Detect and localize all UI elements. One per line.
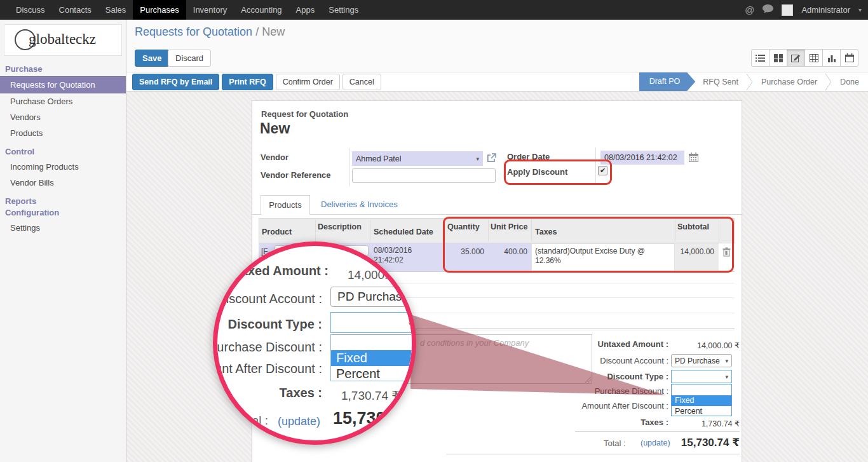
discount-account-label: Discount Account : [527,356,668,365]
form-view-icon[interactable] [787,49,805,67]
sidebar-item-settings[interactable]: Settings [0,220,126,236]
magnifier-option-blank [331,335,416,350]
calendar-icon[interactable] [689,153,698,165]
stage-purchase-order[interactable]: Purchase Order [754,78,825,86]
totals-divider [575,431,740,432]
logo-text: globalteckz [29,31,96,48]
magnifier-discount-account-label: Discount Account : [213,292,322,306]
order-date-value: 08/03/2016 21:42:02 [604,153,677,162]
sidebar-section-purchase: Purchase [0,58,126,76]
columns-highlight [443,217,734,273]
taxes-value: 1,730.74 ₹ [661,419,740,428]
status-button-bar: Send RFQ by Email Print RFQ Confirm Orde… [126,72,868,92]
top-navbar: Discuss Contacts Sales Purchases Invento… [0,0,868,20]
discount-account-caret-icon: ▾ [725,358,728,364]
breadcrumb: Requests for Quotation / New [135,25,285,39]
main-menu: Discuss Contacts Sales Purchases Invento… [9,0,365,20]
vendor-label: Vendor [261,153,288,162]
vendor-value: Ahmed Patel [356,154,402,163]
taxes-label: Taxes : [527,418,668,427]
col-product: Product [262,228,292,236]
discard-button[interactable]: Discard [168,50,211,67]
order-date-input[interactable]: 08/03/2016 21:42:02 [600,151,684,165]
discount-account-value: PD Purchase [675,357,721,365]
sidebar-item-vendor-bills[interactable]: Vendor Bills [0,175,126,191]
discount-type-caret-icon: ▾ [725,374,728,380]
nav-purchases[interactable]: Purchases [133,0,186,20]
print-rfq-button[interactable]: Print RFQ [222,74,273,90]
statusbar: Draft PO RFQ Sent Purchase Order Done [639,72,868,91]
sidebar: globalteckz Purchase Requests for Quotat… [0,20,126,462]
breadcrumb-parent[interactable]: Requests for Quotation [135,25,252,38]
nav-accounting[interactable]: Accounting [234,0,288,20]
kanban-view-icon[interactable] [769,49,787,67]
calendar-view-icon[interactable] [840,49,858,67]
sidebar-item-vendors[interactable]: Vendors [0,109,126,125]
nav-settings[interactable]: Settings [322,0,365,20]
option-percent[interactable]: Percent [672,406,731,417]
stage-draft-po[interactable]: Draft PO [639,72,696,91]
total-value: 15,730.74 ₹ [642,436,740,449]
sidebar-section-configuration[interactable]: Configuration [0,206,126,220]
tabbar-divider [252,214,742,215]
untaxed-amount-value: 14,000.00 ₹ [661,341,740,350]
nav-apps[interactable]: Apps [289,0,322,20]
magnifier-circle: Untaxed Amount : 14,000.00 ₹ Discount Ac… [213,241,416,445]
confirm-order-button[interactable]: Confirm Order [276,74,340,90]
vendor-caret-icon: ▾ [476,156,479,162]
sidebar-section-control: Control [0,141,126,159]
save-button[interactable]: Save [135,50,169,67]
option-fixed[interactable]: Fixed [672,395,731,406]
sidebar-item-requests-for-quotation[interactable]: Requests for Quotation [0,76,126,93]
app-window: Discuss Contacts Sales Purchases Invento… [0,0,868,462]
stage-chevron-icon [825,73,832,91]
discount-type-dropdown: Fixed Percent [671,384,732,416]
breadcrumb-separator: / [255,25,259,38]
magnifier-discount-type-label: Discount Type : [213,317,322,332]
tab-products[interactable]: Products [261,195,310,215]
user-avatar[interactable] [782,4,793,16]
sidebar-item-products[interactable]: Products [0,125,126,141]
nav-discuss[interactable]: Discuss [9,0,52,20]
company-logo: globalteckz [4,24,122,56]
nav-inventory[interactable]: Inventory [186,0,234,20]
amount-after-discount-label: Amount After Discount : [527,401,668,411]
chat-icon[interactable] [763,4,773,16]
cell-scheduled-date-line2[interactable]: 21:42:02 [374,255,403,264]
discount-account-select[interactable]: PD Purchase ▾ [671,354,732,367]
mentions-icon[interactable]: @ [745,4,754,15]
sheet-bottom-divider [446,454,740,454]
user-menu[interactable]: Administrator [801,5,850,15]
sidebar-item-incoming-products[interactable]: Incoming Products [0,159,126,175]
magnifier-caret-icon: ▾ [409,319,413,329]
sidebar-section-reports[interactable]: Reports [0,191,126,206]
record-title: New [260,120,290,137]
col-scheduled-date: Scheduled Date [374,228,433,236]
tab-deliveries-invoices[interactable]: Deliveries & Invoices [321,200,398,209]
stage-done[interactable]: Done [832,78,868,86]
graph-view-icon[interactable] [822,49,841,67]
doc-type-label: Request for Quotation [261,109,348,119]
magnifier-amount-after-label: Amount After Discount : [213,362,322,376]
external-link-icon[interactable] [487,153,496,165]
col-description: Description [318,222,362,231]
nav-contacts[interactable]: Contacts [52,0,98,20]
apply-discount-highlight [504,160,612,185]
cancel-button[interactable]: Cancel [342,74,381,90]
pivot-view-icon[interactable] [804,49,823,67]
send-rfq-by-email-button[interactable]: Send RFQ by Email [132,74,219,90]
magnifier-option-percent: Percent [331,366,416,382]
nav-sales[interactable]: Sales [98,0,133,20]
stage-chevron-icon [746,73,754,91]
stage-rfq-sent[interactable]: RFQ Sent [695,78,746,86]
option-blank[interactable] [672,384,731,395]
total-label: Total : [604,438,626,448]
sidebar-item-purchase-orders[interactable]: Purchase Orders [0,93,126,109]
magnifier-taxes-label: Taxes : [213,386,322,400]
view-switcher [752,49,858,67]
vendor-reference-input[interactable] [352,168,496,183]
vendor-select[interactable]: Ahmed Patel ▾ [352,151,483,166]
discount-type-select[interactable]: ▾ [671,370,732,383]
cell-scheduled-date-line1[interactable]: 08/03/2016 [374,246,412,255]
list-view-icon[interactable] [751,49,770,67]
